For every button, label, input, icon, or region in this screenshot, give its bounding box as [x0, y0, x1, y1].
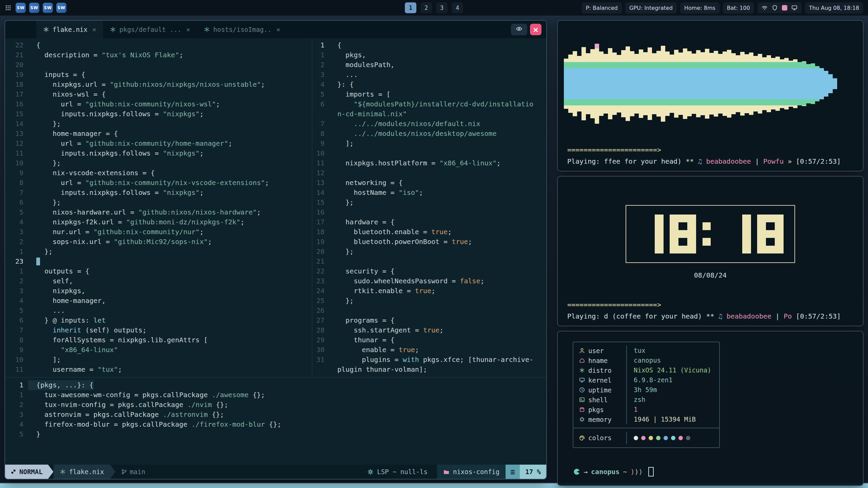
code-line: 2 sops-nix.url = "github:Mic92/sops-nix"… [5, 237, 312, 247]
tab-flake.nix[interactable]: flake.nix× [36, 21, 103, 38]
workspace-icon[interactable]: SW [16, 3, 26, 13]
pane-flake[interactable]: 22{21 description = "tux's NixOS Flake";… [5, 38, 312, 377]
fetch-value-memory: 1946 | 15394 MiB [627, 414, 719, 424]
nix-icon [60, 469, 66, 475]
launcher-icon[interactable] [5, 4, 12, 11]
record-icon[interactable] [782, 5, 787, 11]
scroll-progress: ≡ 17 % [506, 465, 546, 479]
workspace-icon[interactable]: SW [29, 3, 39, 13]
code-line: 4 home-manager, [5, 296, 312, 306]
pacman-icon [573, 468, 580, 475]
eye-icon [516, 25, 522, 34]
cwd-label: ~ [623, 468, 627, 476]
prompt-arrow: → [584, 468, 588, 476]
clock-digit [670, 215, 696, 253]
code-line: 6 } @ inputs: let [5, 316, 312, 325]
hostname-label: canopus [591, 468, 619, 476]
visualizer-bar [621, 50, 626, 117]
status-pill: Home: 8ms [680, 2, 719, 14]
visualizer-bar [771, 58, 775, 109]
tag-3[interactable]: 3 [436, 2, 448, 13]
code-line: 14 }; [5, 119, 312, 129]
branch-icon [121, 469, 127, 475]
visualizer-bar [727, 50, 731, 118]
fetch-value-shell: zsh [627, 395, 719, 405]
code-line: 23 [5, 257, 312, 266]
shield-icon[interactable] [772, 5, 778, 11]
code-line: 10 }; [5, 158, 312, 168]
tab-close-icon[interactable]: × [186, 25, 190, 34]
workspace-icon[interactable]: SW [56, 3, 66, 13]
pane-iso-image[interactable]: 1{1 pkgs,2 modulesPath,3 ...4}: {5 impor… [312, 38, 546, 377]
chip-icon [579, 416, 585, 422]
top-bar: SWSWSWSW 1234 P: BalancedGPU: Integrated… [0, 0, 868, 16]
code-line: 28 ssh.startAgent = true; [312, 325, 546, 335]
mode-segment: NORMAL [5, 465, 48, 479]
tab-pkgs-default-...[interactable]: pkgs/default ...× [103, 21, 197, 38]
code-line: 1{pkgs, ...}: { [5, 380, 546, 390]
pane-pkgs-default[interactable]: 1{pkgs, ...}: {1 tux-awesome-wm-config =… [5, 378, 546, 466]
fetch-value-kernel: 6.9.8-zen1 [627, 375, 719, 385]
folder-icon [443, 469, 450, 475]
editor-window: flake.nix×pkgs/default ...×hosts/isoImag… [4, 20, 547, 480]
terminal-cursor [648, 467, 654, 476]
palette-icon [579, 435, 585, 441]
wifi-icon[interactable] [762, 5, 768, 11]
lsp-status: LSP ~ null-ls [367, 468, 428, 475]
system-info-box: usertuxhnamecanopusdistroNixOS 24.11 (Vi… [573, 342, 720, 448]
visualizer-bar [568, 55, 573, 113]
workspace-icon[interactable]: SW [43, 3, 53, 13]
display-icon[interactable] [791, 5, 797, 11]
fetch-label-hname: hname [573, 355, 627, 365]
code-line: 13 networking = { [312, 178, 546, 188]
code-line: 25 }; [312, 296, 546, 306]
visualizer-bar [687, 51, 692, 116]
project-segment: nixos-config [437, 465, 506, 479]
buffer-tabs: flake.nix×pkgs/default ...×hosts/isoImag… [5, 21, 546, 38]
code-line: 3 ... [312, 70, 546, 80]
clock-window: 08/08/24 ======================> Playing… [557, 176, 864, 326]
visualizer-bar [714, 51, 718, 117]
tag-4[interactable]: 4 [452, 2, 463, 13]
close-button[interactable]: × [530, 24, 541, 35]
user-icon [579, 348, 585, 353]
visualizer-bar [723, 52, 727, 116]
code-line: 11 nixpkgs.hostPlatform = "x86_64-linux"… [312, 158, 546, 168]
gear-icon [367, 469, 374, 475]
code-line: 19 bluetooth.powerOnBoot = true; [312, 237, 546, 247]
code-line: 7 inherit (self) outputs; [5, 325, 312, 335]
visualizer-bar [608, 48, 612, 119]
list-icon: ≡ [506, 465, 520, 479]
visualizer-bar [590, 49, 595, 118]
now-playing: Playing: ffee for your head) ** ♫ beabad… [567, 157, 853, 165]
fetch-value-pkgs: 1 [627, 405, 719, 414]
code-line: 11 username = "tux"; [5, 365, 312, 374]
visualizer-bar [595, 44, 599, 124]
tab-close-icon[interactable]: × [276, 25, 280, 34]
now-playing: Playing: d (coffee for your head) ** ♫ b… [567, 312, 853, 320]
code-line: 9 nix-vscode-extensions = { [5, 168, 312, 178]
code-line: 8 ../../modules/nixos/desktop/awesome [312, 129, 546, 139]
tab-close-icon[interactable]: × [92, 25, 96, 34]
snowflake-icon [579, 367, 585, 373]
shell-prompt[interactable]: → canopus ~ ))) [573, 467, 654, 476]
visualizer-bar [789, 61, 793, 107]
clock-colon [702, 215, 711, 253]
tag-1[interactable]: 1 [405, 2, 416, 13]
status-pill: P: Balanced [582, 2, 622, 14]
tab-hosts-isoImag..[interactable]: hosts/isoImag..× [197, 21, 287, 38]
visualizer-bar [718, 54, 723, 114]
code-line: 7 ../../modules/nixos/default.nix [312, 119, 546, 129]
visualizer-bar [731, 53, 736, 114]
desktop: SWSWSWSW 1234 P: BalancedGPU: Integrated… [0, 0, 868, 488]
tag-2[interactable]: 2 [420, 2, 432, 13]
eye-button[interactable] [511, 24, 527, 35]
nix-icon [43, 26, 49, 33]
code-line: 20 }; [312, 247, 546, 257]
fetch-label-uptime: uptime [573, 385, 627, 395]
visualizer-bar [749, 53, 753, 115]
code-line: 4 firefox-mod-blur = pkgs.callPackage ./… [5, 420, 546, 429]
visualizer-bar [815, 66, 820, 101]
visualizer-bar [736, 55, 740, 112]
code-line: 2 tux-nvim-config = pkgs.callPackage ./n… [5, 400, 546, 410]
